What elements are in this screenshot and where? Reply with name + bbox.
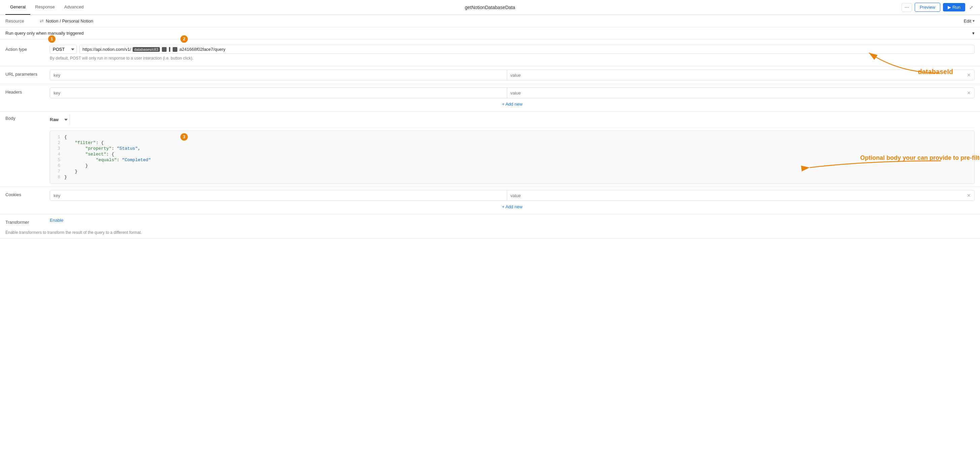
url-mask-2 [169, 47, 170, 52]
form-sections: Action type 1 2 POST ht [0, 39, 980, 238]
step-badge-3: 3 [180, 133, 188, 141]
resource-icon: ⇄ [40, 18, 44, 24]
url-chip-1: databases/c83 [133, 47, 160, 52]
url-mask-3 [173, 47, 177, 52]
code-line-1: 1 { [50, 134, 974, 140]
tab-response[interactable]: Response [30, 0, 60, 15]
preview-button[interactable]: Preview [915, 3, 940, 12]
cookies-close[interactable]: ✕ [964, 191, 974, 200]
resource-value: ⇄ Notion / Personal Notion [40, 18, 960, 24]
code-line-4: 4 "select": { [50, 151, 974, 157]
transformer-section: Transformer Enable Enable transformers t… [0, 214, 980, 238]
tab-general[interactable]: General [5, 0, 30, 15]
url-prefix: https://api.notion.com/v1/ [83, 47, 131, 52]
resource-text: Notion / Personal Notion [46, 19, 93, 24]
run-label: Run [952, 5, 961, 10]
transformer-enable-button[interactable]: Enable [50, 218, 63, 223]
code-line-2: 2 "filter": { [50, 140, 974, 146]
resource-label: Resource [5, 19, 36, 24]
resource-edit-area: Edit ▾ [964, 19, 975, 24]
more-options-button[interactable]: ··· [902, 3, 912, 12]
code-line-8: 8 } [50, 174, 974, 180]
headers-add-new[interactable]: + Add new [50, 100, 975, 108]
top-bar: General Response Advanced getNotionDatab… [0, 0, 980, 15]
headers-section: Headers ✕ + Add new [0, 84, 980, 112]
code-line-7: 7 } [50, 169, 974, 174]
top-bar-actions: ··· Preview ▶ Run ⤢ [902, 3, 975, 12]
url-params-key[interactable] [50, 71, 507, 80]
resource-bar: Resource ⇄ Notion / Personal Notion Edit… [0, 15, 980, 27]
url-params-kv: ✕ [50, 70, 975, 80]
trigger-bar[interactable]: Run query only when manually triggered ▾ [0, 27, 980, 39]
action-type-section: Action type 1 2 POST ht [0, 39, 980, 66]
transformer-row: Transformer Enable [0, 214, 980, 228]
action-type-controls: POST https://api.notion.com/v1/ database… [50, 45, 975, 54]
cookies-kv: ✕ [50, 190, 975, 201]
main-container: General Response Advanced getNotionDatab… [0, 0, 980, 469]
headers-row: Headers ✕ + Add new [0, 84, 980, 111]
edit-button[interactable]: Edit [964, 19, 971, 24]
headers-close[interactable]: ✕ [964, 88, 974, 98]
cookies-section: Cookies ✕ + Add new [0, 187, 980, 214]
page-title: getNotionDatabaseData [465, 5, 515, 10]
url-params-label: URL parameters [5, 70, 46, 77]
body-type-select[interactable]: Raw [50, 114, 70, 125]
body-row: Body Raw 3 [0, 112, 980, 186]
cookies-key[interactable] [50, 191, 507, 200]
tab-advanced[interactable]: Advanced [60, 0, 89, 15]
headers-value[interactable] [507, 89, 964, 98]
expand-button[interactable]: ⤢ [968, 3, 975, 11]
step-badge-1: 1 [48, 35, 56, 43]
code-editor-wrapper: 3 1 { 2 "filter": { [50, 130, 975, 184]
headers-kv: ✕ [50, 87, 975, 98]
transformer-hint: Enable transformers to transform the res… [0, 228, 980, 238]
method-select[interactable]: POST [50, 45, 77, 54]
body-content: Raw 3 1 { [50, 112, 975, 186]
code-editor[interactable]: 1 { 2 "filter": { 3 "property": "Status"… [50, 130, 975, 184]
url-params-close[interactable]: ✕ [964, 70, 974, 80]
action-type-label: Action type [5, 45, 46, 52]
run-icon: ▶ [948, 5, 951, 10]
url-params-row: URL parameters ✕ [0, 66, 980, 84]
cookies-label: Cookies [5, 190, 46, 197]
body-label: Body [5, 112, 46, 121]
headers-key[interactable] [50, 89, 507, 98]
code-line-6: 6 } [50, 163, 974, 169]
trigger-chevron: ▾ [972, 30, 975, 36]
body-section: Body Raw 3 [0, 112, 980, 187]
cookies-value[interactable] [507, 191, 964, 200]
body-type-row: Raw [50, 112, 975, 128]
code-line-5: 5 "equals": "Completed" [50, 157, 974, 163]
action-type-hint: By default, POST will only run in respon… [50, 56, 975, 63]
step-badge-2: 2 [180, 35, 188, 43]
code-line-3: 3 "property": "Status", [50, 146, 974, 151]
tab-list: General Response Advanced [5, 0, 89, 15]
run-button[interactable]: ▶ Run [943, 3, 965, 11]
url-params-value[interactable] [507, 71, 964, 80]
url-params-section: URL parameters ✕ [0, 66, 980, 84]
resource-chevron[interactable]: ▾ [973, 19, 975, 23]
transformer-label: Transformer [5, 218, 46, 225]
url-suffix: a241668f02face7/query [180, 47, 226, 52]
cookies-add-new[interactable]: + Add new [50, 203, 975, 211]
trigger-label: Run query only when manually triggered [5, 30, 84, 36]
headers-label: Headers [5, 87, 46, 95]
url-mask-1 [162, 47, 167, 52]
url-input-area[interactable]: https://api.notion.com/v1/ databases/c83… [80, 45, 975, 54]
